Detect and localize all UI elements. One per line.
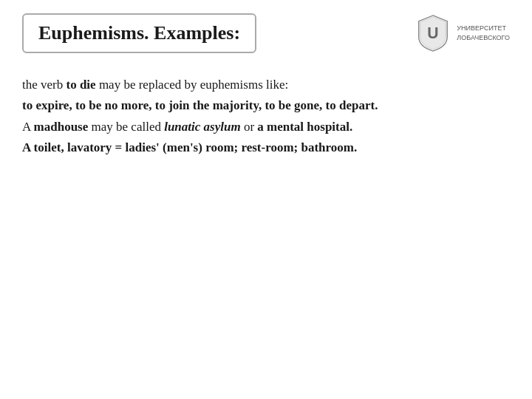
line2-bold: to expire, to be no more, to join the ma…: [22, 98, 378, 112]
logo-text-block: УНИВЕРСИТЕТ ЛОБАЧЕВСКОГО: [457, 24, 510, 42]
line4-eq: =: [112, 140, 125, 154]
line4-rest: ladies' (men's) room; rest-room; bathroo…: [126, 140, 358, 154]
line3-or: or: [241, 120, 258, 134]
slide-header: Euphemisms. Examples: U УНИВЕРСИТЕТ ЛОБА…: [0, 0, 532, 61]
line1-prefix: the verb: [22, 78, 66, 92]
logo-line1: УНИВЕРСИТЕТ: [457, 24, 510, 33]
line3-lunatic: lunatic asylum: [164, 120, 240, 134]
line1-rest: may be replaced by euphemisms like:: [96, 78, 289, 92]
logo-line2: ЛОБАЧЕВСКОГО: [457, 33, 510, 43]
line3-start: A: [22, 120, 34, 134]
title-text: Euphemisms. Examples:: [38, 22, 240, 44]
line3-mid: may be called: [88, 120, 164, 134]
slide-title: Euphemisms. Examples:: [22, 13, 256, 53]
svg-text:U: U: [428, 24, 439, 41]
logo-shield-icon: U: [415, 14, 451, 52]
paragraph-3: A madhouse may be called lunatic asylum …: [22, 117, 510, 137]
line3-mental: a mental hospital.: [257, 120, 352, 134]
paragraph-2: to expire, to be no more, to join the ma…: [22, 96, 510, 115]
university-logo: U УНИВЕРСИТЕТ ЛОБАЧЕВСКОГО: [415, 14, 510, 52]
paragraph-4: A toilet, lavatory = ladies' (men's) roo…: [22, 138, 510, 157]
line4-start: A toilet, lavatory: [22, 140, 112, 154]
paragraph-1: the verb to die may be replaced by euphe…: [22, 75, 510, 95]
slide-content: the verb to die may be replaced by euphe…: [0, 61, 532, 174]
line3-madhouse: madhouse: [34, 120, 89, 134]
line1-bold: to die: [66, 78, 95, 92]
